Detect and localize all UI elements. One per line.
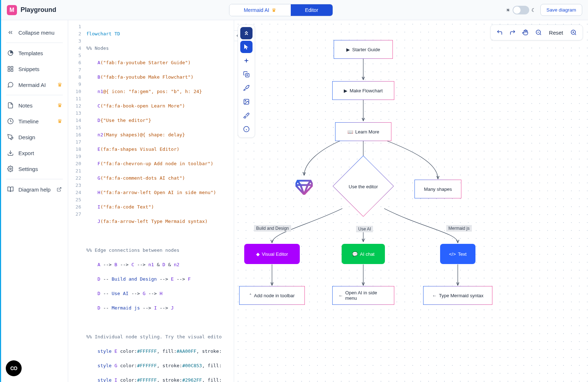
template-icon xyxy=(7,49,14,57)
app-title: Playground xyxy=(21,6,56,14)
diagram-canvas[interactable]: Reset xyxy=(234,20,588,382)
crown-icon: ♛ xyxy=(57,82,62,88)
node-make-flowchart[interactable]: ▶ Make Flowchart xyxy=(332,81,394,100)
notes-icon xyxy=(7,102,14,109)
collapse-menu[interactable]: Collapse menu xyxy=(1,25,68,40)
edge-label: Use AI xyxy=(356,226,373,232)
node-ai-chat[interactable]: 💬 AI chat xyxy=(342,244,385,264)
node-label: Add node in toolbar xyxy=(254,293,295,298)
arrow-left-icon: ← xyxy=(338,293,343,298)
node-visual-editor[interactable]: ◆ Visual Editor xyxy=(244,244,300,264)
save-diagram-button[interactable]: Save diagram xyxy=(540,4,582,16)
svg-rect-1 xyxy=(8,66,10,68)
code-content[interactable]: flowchart TD %% Nodes A("fab:fa-youtube … xyxy=(85,20,234,382)
chevrons-left-icon xyxy=(7,29,14,36)
book-icon: 📖 xyxy=(347,129,353,135)
sidebar-item-export[interactable]: Export xyxy=(1,145,68,161)
node-label: Type Mermaid syntax xyxy=(439,293,484,298)
node-label: Open AI in side menu xyxy=(345,290,388,301)
sidebar-item-label: Snippets xyxy=(18,66,62,72)
gem-icon[interactable] xyxy=(295,180,313,196)
sidebar-item-label: Settings xyxy=(18,166,62,172)
sidebar-item-label: Templates xyxy=(18,50,62,56)
node-add-node-toolbar[interactable]: ˄ Add node in toolbar xyxy=(239,286,305,305)
logo-icon: M xyxy=(7,5,17,15)
moon-icon: ☾ xyxy=(531,7,536,13)
svg-rect-3 xyxy=(8,70,10,71)
export-icon xyxy=(7,149,14,157)
youtube-icon: ▶ xyxy=(346,47,350,52)
sidebar-item-label: Timeline xyxy=(18,118,53,124)
tab-label: Mermaid AI xyxy=(244,7,269,13)
tab-editor[interactable]: Editor xyxy=(291,4,333,16)
design-icon xyxy=(7,133,14,141)
arrow-left-icon: ← xyxy=(432,293,437,298)
sun-icon: ☀ xyxy=(506,7,510,13)
code-icon: </> xyxy=(449,251,456,257)
book-icon xyxy=(7,186,14,193)
node-label: Use the editor xyxy=(348,184,378,189)
sidebar: Collapse menu Templates Snippets Mermaid… xyxy=(1,20,68,382)
crown-icon: ♛ xyxy=(57,118,62,124)
sidebar-item-label: Collapse menu xyxy=(18,30,62,36)
sidebar-item-timeline[interactable]: Timeline ♛ xyxy=(1,113,68,129)
sidebar-item-snippets[interactable]: Snippets xyxy=(1,61,68,77)
sidebar-item-label: Export xyxy=(18,150,62,156)
shapes-icon: ◆ xyxy=(256,251,260,257)
mode-tabs: Mermaid AI ♛ Editor xyxy=(229,4,333,16)
node-label: Make Flowchart xyxy=(350,88,383,93)
gear-icon xyxy=(7,165,14,172)
node-label: Text xyxy=(458,251,466,257)
sidebar-item-design[interactable]: Design xyxy=(1,129,68,145)
node-label: Starter Guide xyxy=(352,47,380,52)
chevron-up-icon: ˄ xyxy=(249,293,252,298)
svg-rect-4 xyxy=(11,70,13,71)
node-starter-guide[interactable]: ▶ Starter Guide xyxy=(334,40,393,59)
topbar: M Playground Mermaid AI ♛ Editor ☀ ☾ Sav… xyxy=(1,0,588,20)
svg-point-7 xyxy=(10,168,12,170)
sidebar-item-label: Notes xyxy=(18,102,53,109)
edge-label: Build and Design xyxy=(254,225,291,232)
sidebar-item-settings[interactable]: Settings xyxy=(1,161,68,177)
tab-mermaid-ai[interactable]: Mermaid AI ♛ xyxy=(229,4,291,16)
theme-toggle[interactable]: ☀ ☾ xyxy=(506,6,536,14)
node-learn-more[interactable]: 📖 Learn More xyxy=(335,122,391,141)
node-label: Many shapes xyxy=(424,186,452,192)
toggle-switch[interactable] xyxy=(513,6,529,14)
code-editor[interactable]: 1234567891011121314151617181920212223242… xyxy=(68,20,234,382)
sidebar-item-diagram-help[interactable]: Diagram help xyxy=(1,181,68,197)
help-fab[interactable]: CO xyxy=(6,360,22,376)
sidebar-item-label: Mermaid AI xyxy=(18,82,53,88)
crown-icon: ♛ xyxy=(57,102,62,109)
node-many-shapes[interactable]: Many shapes xyxy=(414,180,461,198)
snippets-icon xyxy=(7,65,14,73)
node-text[interactable]: </> Text xyxy=(440,244,475,264)
flowchart-diagram: ▶ Starter Guide ▶ Make Flowchart 📖 Learn… xyxy=(234,20,588,382)
node-open-ai-menu[interactable]: ← Open AI in side menu xyxy=(332,286,394,305)
sidebar-item-notes[interactable]: Notes ♛ xyxy=(1,97,68,113)
external-link-icon xyxy=(56,186,62,192)
sidebar-item-label: Design xyxy=(18,134,62,140)
line-numbers: 1234567891011121314151617181920212223242… xyxy=(68,20,85,382)
crown-icon: ♛ xyxy=(272,7,276,13)
sidebar-item-mermaid-ai[interactable]: Mermaid AI ♛ xyxy=(1,77,68,93)
node-label: AI chat xyxy=(360,251,374,257)
chat-icon xyxy=(7,81,14,88)
comment-icon: 💬 xyxy=(352,251,358,257)
sidebar-item-label: Diagram help xyxy=(18,186,52,193)
logo-area: M Playground xyxy=(7,5,56,15)
svg-line-8 xyxy=(59,188,61,190)
node-label: Learn More xyxy=(355,129,379,135)
youtube-icon: ▶ xyxy=(344,88,347,93)
svg-rect-2 xyxy=(11,66,13,68)
sidebar-item-templates[interactable]: Templates xyxy=(1,45,68,61)
node-type-mermaid[interactable]: ← Type Mermaid syntax xyxy=(423,286,492,305)
timeline-icon xyxy=(7,118,14,125)
edge-label: Mermaid js xyxy=(446,225,472,232)
node-label: Visual Editor xyxy=(262,251,288,257)
